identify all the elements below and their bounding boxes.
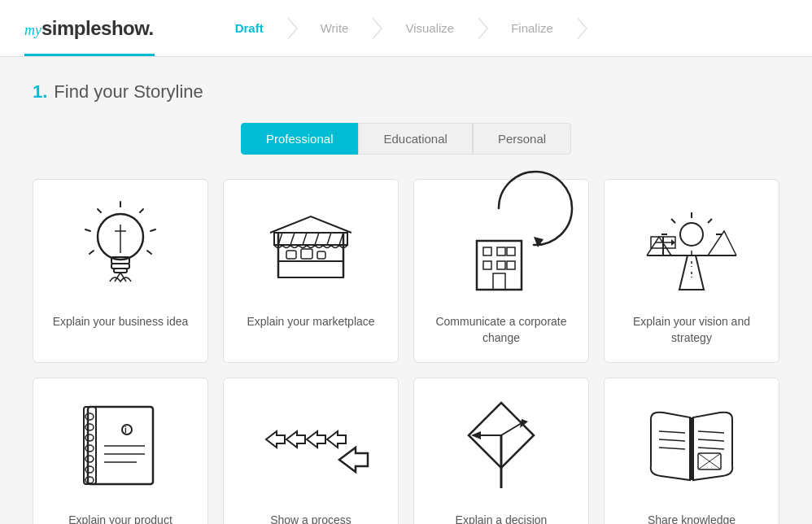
card-label-marketplace: Explain your marketplace [247,314,374,330]
step-title: 1. Find your Storyline [33,81,779,103]
tab-visualize[interactable]: Visualize [381,0,478,56]
svg-point-53 [85,413,94,420]
svg-marker-67 [307,431,325,448]
svg-line-19 [327,233,331,245]
svg-line-9 [85,229,90,231]
svg-line-79 [659,448,685,449]
svg-point-58 [85,466,94,473]
svg-line-10 [151,229,155,231]
card-illustration-business-idea [72,196,169,302]
card-illustration-marketplace [262,196,360,302]
cat-tab-professional[interactable]: Professional [241,123,359,155]
card-vision-strategy[interactable]: Explain your vision and strategy [604,179,779,363]
svg-rect-25 [286,251,296,259]
svg-line-41 [708,219,712,223]
svg-rect-30 [497,247,505,255]
svg-line-11 [89,251,94,254]
card-corporate-change[interactable]: Communicate a corporate change [413,179,589,363]
tab-write[interactable]: Write [296,0,373,56]
card-label-vision-strategy: Explain your vision and strategy [617,314,766,346]
card-open-book[interactable]: Share knowledge [604,378,779,524]
svg-line-18 [315,233,319,245]
svg-rect-34 [507,261,515,269]
nav-tabs: Draft Write Visualize Finalize [211,0,578,56]
logo-simpleshow: simpleshow. [41,17,154,40]
svg-point-56 [85,445,94,452]
svg-point-37 [680,223,703,246]
logo-underline [24,54,155,56]
svg-rect-35 [493,273,505,290]
card-illustration-decision [452,395,550,500]
card-label-corporate-change: Communicate a corporate change [426,314,576,346]
logo: my simpleshow. [24,17,154,40]
card-illustration-open-book [643,395,740,500]
cat-tab-educational[interactable]: Educational [358,123,472,155]
svg-line-81 [698,439,724,441]
card-marketplace[interactable]: Explain your marketplace [223,179,399,363]
svg-line-78 [659,439,685,441]
logo-my: my [24,22,41,39]
svg-line-80 [698,431,724,433]
card-label-process: Show a process [270,513,351,524]
svg-line-77 [659,431,685,433]
svg-rect-3 [114,269,127,273]
svg-point-57 [85,456,94,462]
svg-rect-32 [483,261,491,269]
header: my simpleshow. Draft Write Visualize Fin… [0,0,812,57]
svg-line-12 [147,251,151,254]
step-number: 1. [33,81,47,103]
svg-point-60 [122,425,132,434]
tab-draft[interactable]: Draft [211,0,288,56]
card-label-open-book: Share knowledge [648,513,736,524]
svg-marker-66 [286,431,305,448]
svg-point-59 [85,477,94,483]
tab-finalize[interactable]: Finalize [487,0,578,56]
svg-marker-68 [327,431,346,448]
card-business-idea[interactable]: Explain your business idea [33,179,208,363]
svg-rect-26 [301,249,312,259]
svg-text:i: i [124,426,127,434]
cat-tab-personal[interactable]: Personal [473,123,571,155]
svg-rect-29 [483,247,491,255]
card-label-decision: Explain a decision [456,513,548,524]
svg-line-8 [140,209,143,212]
svg-marker-69 [339,448,368,472]
cards-grid-row1: Explain your business idea [33,179,779,363]
svg-point-55 [85,434,94,441]
card-illustration-process [262,395,360,500]
svg-marker-65 [266,431,285,448]
svg-rect-33 [497,261,505,269]
svg-rect-27 [317,251,325,259]
card-illustration-info-book: i [72,395,169,500]
svg-line-16 [290,233,295,245]
svg-rect-31 [507,247,515,255]
card-label-info-book: Explain your product [68,513,172,524]
category-tabs: Professional Educational Personal [33,123,779,155]
svg-point-54 [85,424,94,430]
card-illustration-corporate-change [452,196,550,302]
svg-line-17 [303,233,307,245]
svg-line-40 [671,219,675,223]
step-title-text: Find your Storyline [54,81,203,103]
card-label-business-idea: Explain your business idea [53,314,189,330]
svg-line-7 [98,209,101,212]
svg-line-74 [501,423,522,435]
card-decision[interactable]: Explain a decision [413,378,589,524]
card-illustration-vision-strategy [643,196,740,302]
main-content: 1. Find your Storyline Professional Educ… [0,57,812,524]
cards-grid-row2: i Explain your product [33,378,779,524]
svg-line-82 [698,448,724,449]
card-process[interactable]: Show a process [223,378,399,524]
card-info-book[interactable]: i Explain your product [33,378,208,524]
